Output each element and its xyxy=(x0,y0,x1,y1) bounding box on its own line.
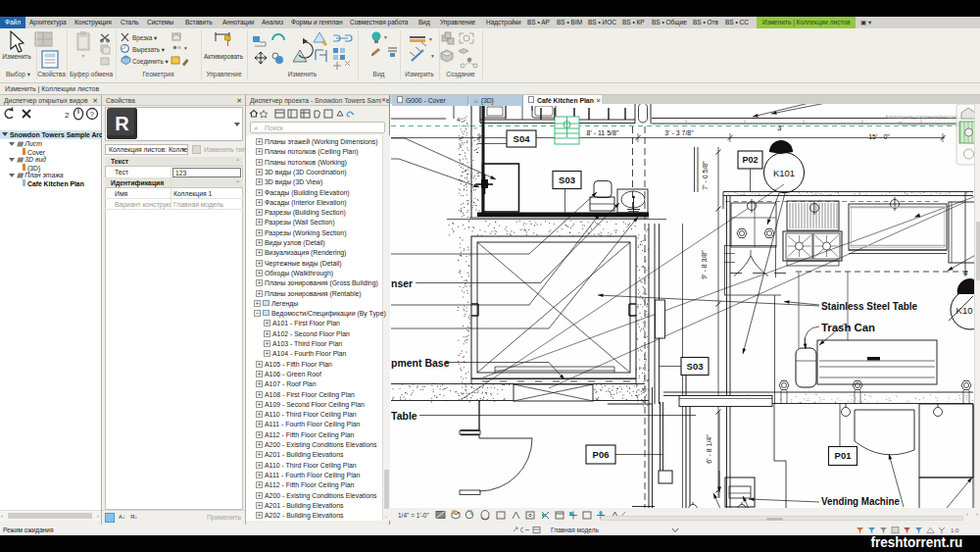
svg-text:Stainless Steel Table: Stainless Steel Table xyxy=(821,300,917,312)
svg-text:nser: nser xyxy=(391,277,413,289)
svg-text:S03: S03 xyxy=(687,361,704,372)
svg-text:Изменить: Изменить xyxy=(2,53,31,60)
svg-text:9' - 8 3/8": 9' - 8 3/8" xyxy=(701,250,708,279)
svg-text:S03: S03 xyxy=(559,175,575,185)
svg-text:Главная модель: Главная модель xyxy=(551,527,599,534)
svg-text:Vending Machine: Vending Machine xyxy=(821,495,900,507)
svg-text:Предварительная версия: Предварительная версия xyxy=(899,121,958,126)
svg-text:8' - 11 5/8": 8' - 11 5/8" xyxy=(587,129,619,136)
svg-text:3: 3 xyxy=(777,124,782,132)
svg-text:▾: ▾ xyxy=(184,45,187,51)
svg-text:3' - 3 7/8": 3' - 3 7/8" xyxy=(664,129,694,136)
svg-text:4: 4 xyxy=(963,269,968,277)
svg-text:K101: K101 xyxy=(773,168,795,178)
svg-text:?: ? xyxy=(90,110,95,119)
svg-text:Trash Can: Trash Can xyxy=(821,322,875,333)
svg-text:Table: Table xyxy=(391,410,417,422)
svg-text:P02: P02 xyxy=(742,155,758,165)
svg-text:Аппаратная ускорение(версия): Аппаратная ускорение(версия) xyxy=(885,114,958,120)
svg-text:▾: ▾ xyxy=(384,34,387,40)
svg-text:6' - 8 1/4": 6' - 8 1/4" xyxy=(706,434,712,464)
svg-text:2: 2 xyxy=(65,111,70,120)
svg-text:Врезка ▾: Врезка ▾ xyxy=(132,34,158,42)
svg-text:P06: P06 xyxy=(593,449,610,460)
svg-text:pment Base: pment Base xyxy=(391,357,450,369)
svg-text:7' - 0 5/8": 7' - 0 5/8" xyxy=(702,161,709,190)
svg-text:▾: ▾ xyxy=(429,36,432,42)
svg-text:15' - 0": 15' - 0" xyxy=(868,133,890,140)
svg-text:Активировать: Активировать xyxy=(204,53,244,61)
svg-text:▾: ▾ xyxy=(431,53,434,59)
svg-text:4: 4 xyxy=(457,117,460,123)
svg-text:S04: S04 xyxy=(514,133,531,144)
svg-text:Вырезать ▾: Вырезать ▾ xyxy=(132,46,166,54)
svg-text:▾: ▾ xyxy=(81,53,84,59)
svg-text:P01: P01 xyxy=(835,450,853,461)
svg-text:Соединить ▾: Соединить ▾ xyxy=(132,58,170,66)
